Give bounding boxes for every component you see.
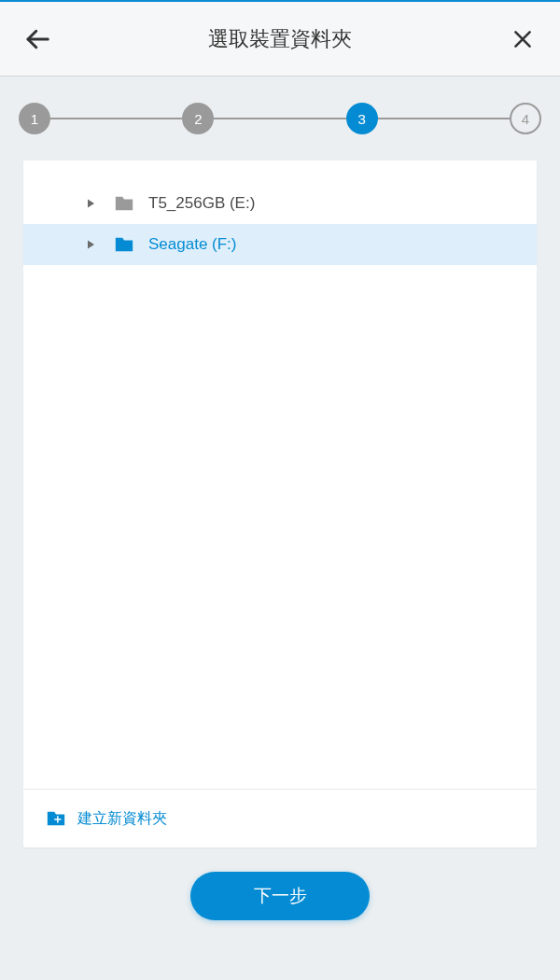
step-line: [214, 118, 345, 119]
back-button[interactable]: [19, 21, 56, 58]
step-line: [50, 118, 182, 119]
tree-item-label: T5_256GB (E:): [148, 194, 255, 213]
create-new-folder-button[interactable]: 建立新資料夾: [46, 808, 167, 829]
chevron-right-icon[interactable]: [79, 192, 102, 215]
progress-stepper: 1 2 3 4: [0, 77, 560, 161]
step-line: [378, 118, 510, 119]
arrow-left-icon: [23, 25, 51, 53]
folder-icon: [113, 192, 135, 215]
step-2: 2: [182, 103, 214, 134]
header-bar: 選取裝置資料夾: [0, 2, 560, 77]
close-button[interactable]: [504, 21, 541, 58]
close-icon: [511, 27, 535, 51]
page-title: 選取裝置資料夾: [208, 25, 352, 53]
tree-item-label: Seagate (F:): [148, 235, 237, 254]
chevron-right-icon[interactable]: [79, 233, 102, 256]
card-footer: 建立新資料夾: [23, 789, 537, 847]
step-1: 1: [19, 103, 50, 134]
step-4: 4: [510, 103, 541, 134]
folder-icon: [113, 233, 135, 256]
svg-marker-4: [88, 241, 94, 249]
svg-marker-3: [88, 200, 94, 208]
step-3: 3: [346, 103, 378, 134]
tree-item-drive-e[interactable]: T5_256GB (E:): [23, 183, 537, 224]
bottom-action-bar: 下一步: [0, 872, 560, 920]
folder-plus-icon: [46, 808, 66, 829]
create-new-folder-label: 建立新資料夾: [77, 809, 167, 829]
folder-tree: T5_256GB (E:) Seagate (F:): [23, 161, 537, 789]
folder-picker-card: T5_256GB (E:) Seagate (F:) 建立新資料夾: [23, 161, 537, 847]
tree-item-drive-f[interactable]: Seagate (F:): [23, 224, 537, 265]
svg-rect-6: [57, 816, 58, 822]
next-button[interactable]: 下一步: [190, 872, 370, 920]
